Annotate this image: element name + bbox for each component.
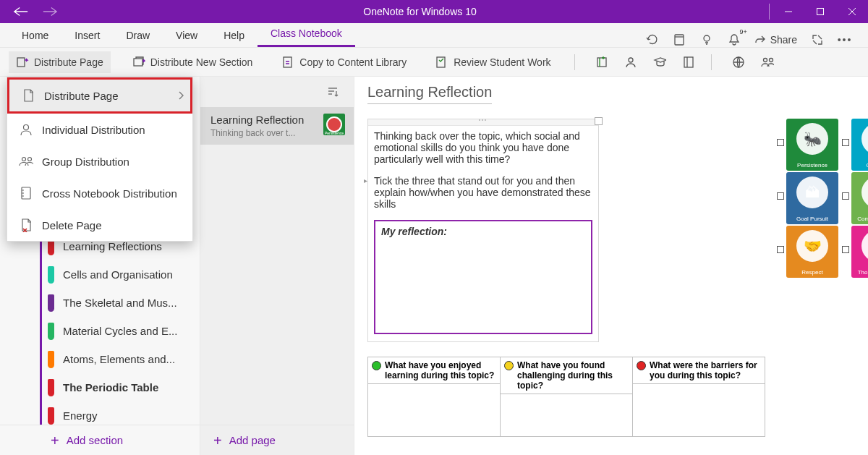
skill-icon: 💬 <box>861 177 868 208</box>
svg-point-14 <box>22 158 26 161</box>
people-icon[interactable] <box>624 56 637 69</box>
skill-card[interactable]: 👁Curiosity <box>851 119 868 171</box>
add-section-button[interactable]: + Add section <box>0 425 200 455</box>
app-title: OneNote for Windows 10 <box>71 6 769 17</box>
skill-icon: 🏔 <box>796 177 828 208</box>
close-button[interactable] <box>836 0 868 23</box>
skill-item: 👁Curiosity <box>842 119 868 171</box>
distribute-new-section-button[interactable]: Distribute New Section <box>125 51 260 73</box>
skill-checkbox[interactable] <box>842 139 849 146</box>
skill-card[interactable]: 🤝Respect <box>786 226 838 278</box>
svg-rect-5 <box>284 57 292 67</box>
section-color-tab <box>48 351 54 368</box>
skill-grid: 🐜Persistence👁Curiosity🧩Critical Thinking… <box>777 119 868 278</box>
review-student-work-button[interactable]: Review Student Work <box>428 51 558 73</box>
menu-cross-notebook-distribution[interactable]: Cross Notebook Distribution <box>7 177 192 209</box>
container-drag-handle[interactable] <box>368 119 598 126</box>
section-item[interactable]: The Periodic Table <box>48 373 200 401</box>
reflection-column[interactable]: What have you found challenging during t… <box>501 357 633 436</box>
menu-group-distribution[interactable]: Group Distribution <box>7 145 192 177</box>
svg-rect-9 <box>684 57 693 67</box>
undo-icon[interactable] <box>644 33 659 47</box>
plus-icon: + <box>213 433 222 448</box>
page-thumbnail: Persistence <box>323 114 345 135</box>
section-color-tab <box>48 323 54 340</box>
page-icon[interactable] <box>672 33 686 47</box>
people-pair-icon[interactable] <box>761 56 774 69</box>
tab-class-notebook[interactable]: Class Notebook <box>258 22 355 47</box>
copy-to-library-button[interactable]: Copy to Content Library <box>274 51 414 73</box>
skill-card[interactable]: 💬Communication <box>851 172 868 224</box>
distribute-page-icon <box>16 56 29 69</box>
skill-label: Respect <box>786 268 838 278</box>
page-title[interactable]: Learning Reflection <box>367 84 492 104</box>
back-button[interactable] <box>13 6 29 17</box>
notifications-icon[interactable]: 9+ <box>727 33 741 47</box>
skill-checkbox[interactable] <box>777 192 784 200</box>
graduation-icon[interactable] <box>653 56 666 69</box>
svg-rect-7 <box>597 58 606 67</box>
skill-checkbox[interactable] <box>777 246 784 253</box>
page-canvas[interactable]: Learning Reflection Thinking back over t… <box>354 77 868 455</box>
notebook-icon[interactable] <box>682 56 695 69</box>
section-item[interactable]: The Skeletal and Mus... <box>48 289 200 317</box>
skill-checkbox[interactable] <box>777 139 784 146</box>
add-page-button[interactable]: + Add page <box>200 425 354 455</box>
more-icon[interactable]: ••• <box>838 33 852 47</box>
note-container[interactable]: Thinking back over the topic, which soci… <box>367 119 599 342</box>
tab-draw[interactable]: Draw <box>113 24 163 47</box>
section-item[interactable]: Atoms, Elements and... <box>48 345 200 373</box>
section-label: The Skeletal and Mus... <box>63 297 177 309</box>
tab-insert[interactable]: Insert <box>61 24 113 47</box>
page-icon <box>21 88 35 103</box>
forward-button[interactable] <box>42 6 58 17</box>
skill-card[interactable]: 🐜Persistence <box>786 119 838 171</box>
section-label: Material Cycles and E... <box>63 325 177 337</box>
reflection-cell[interactable] <box>501 394 632 436</box>
menu-individual-distribution[interactable]: Individual Distribution <box>7 114 192 145</box>
sort-pages-button[interactable] <box>200 77 354 107</box>
skill-checkbox[interactable] <box>842 246 849 253</box>
tab-help[interactable]: Help <box>210 24 258 47</box>
add-section-group-icon[interactable] <box>595 56 608 69</box>
share-button[interactable]: Share <box>754 34 797 46</box>
lightbulb-icon[interactable] <box>699 33 714 47</box>
skill-checkbox[interactable] <box>842 192 849 200</box>
fullscreen-icon[interactable] <box>810 33 825 47</box>
distribute-page-button[interactable]: Distribute Page <box>9 51 111 73</box>
reflection-cell[interactable] <box>368 384 500 436</box>
paragraph[interactable]: Tick the three that stand out for you an… <box>374 175 592 210</box>
reflection-column[interactable]: What were the barriers for you during th… <box>633 357 765 436</box>
paragraph[interactable]: Thinking back over the topic, which soci… <box>374 130 592 165</box>
section-item[interactable]: Cells and Organisation <box>48 260 200 289</box>
tab-view[interactable]: View <box>163 24 210 47</box>
notebook-icon <box>19 186 33 200</box>
status-dot <box>372 361 381 370</box>
tab-home[interactable]: Home <box>9 24 61 47</box>
reflection-question: What have you found challenging during t… <box>517 360 629 391</box>
section-item[interactable]: Material Cycles and E... <box>48 317 200 345</box>
status-dot <box>637 361 646 370</box>
section-label: Cells and Organisation <box>63 268 173 281</box>
page-item-subtitle: Thinking back over t... <box>210 128 316 138</box>
menu-distribute-page[interactable]: Distribute Page <box>7 77 192 114</box>
reflection-column[interactable]: What have you enjoyed learning during th… <box>368 357 501 436</box>
chevron-right-icon <box>177 91 184 100</box>
skill-card[interactable]: 🏔Goal Pursuit <box>786 172 838 224</box>
skill-label: Communication <box>851 214 868 224</box>
section-color-tab <box>48 266 54 284</box>
globe-icon[interactable] <box>732 56 745 69</box>
delete-page-icon <box>19 218 33 232</box>
notification-count: 9+ <box>739 28 746 35</box>
minimize-button[interactable] <box>773 0 804 23</box>
reflection-table[interactable]: What have you enjoyed learning during th… <box>367 357 765 437</box>
skill-card[interactable]: ❤️Thoughtfulness <box>851 226 868 278</box>
section-item[interactable]: Energy <box>48 401 200 425</box>
reflection-box[interactable]: My reflection: <box>374 220 592 334</box>
reflection-cell[interactable] <box>633 384 765 436</box>
menu-delete-page[interactable]: Delete Page <box>7 209 192 241</box>
maximize-button[interactable] <box>804 0 836 23</box>
page-item[interactable]: Learning ReflectionThinking back over t.… <box>200 107 354 145</box>
section-color-tab <box>48 294 54 312</box>
review-icon <box>435 56 448 69</box>
